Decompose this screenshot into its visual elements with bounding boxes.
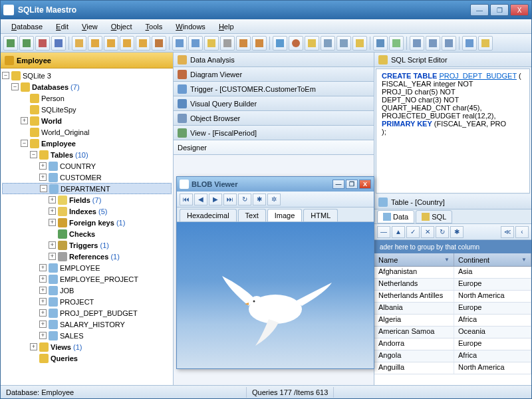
toolbar-btn[interactable] <box>478 36 493 51</box>
tab-data[interactable]: Data <box>377 210 414 223</box>
toolbar-btn[interactable] <box>426 36 440 51</box>
nav-first[interactable]: ⏮ <box>180 194 193 205</box>
tab-text[interactable]: Text <box>238 209 266 221</box>
toolbar-btn[interactable] <box>204 36 219 51</box>
minimize-button[interactable]: — <box>470 4 489 16</box>
table-row[interactable]: AngolaAfrica <box>374 350 531 362</box>
tree-node-views[interactable]: +Views (1) <box>2 341 172 352</box>
toolbar-btn[interactable] <box>120 36 134 51</box>
toolbar-btn[interactable] <box>188 36 203 51</box>
title-bar[interactable]: SQLite Maestro — ❐ X <box>1 1 531 19</box>
toolbar-btn[interactable] <box>336 36 351 51</box>
tree-node-table[interactable]: +PROJ_DEPT_BUDGET <box>2 307 172 319</box>
table-row[interactable]: AlbaniaEurope <box>374 303 531 315</box>
table-row[interactable]: American SamoaOceania <box>374 327 531 338</box>
dropdown-icon[interactable]: ▼ <box>521 257 527 263</box>
nav-btn[interactable]: ▲ <box>392 226 405 238</box>
toolbar-btn[interactable] <box>352 36 367 51</box>
table-row[interactable]: AlgeriaAfrica <box>374 315 531 327</box>
tree-node-db[interactable]: SQLiteSpy <box>2 104 172 115</box>
tree-node-root[interactable]: −SQLite 3 <box>2 70 172 81</box>
menu-windows[interactable]: Windows <box>170 21 211 32</box>
nav-btn[interactable]: ✕ <box>421 226 434 238</box>
tab-html[interactable]: HTML <box>303 209 338 221</box>
toolbar-btn[interactable] <box>51 36 66 51</box>
table-panel-tab[interactable]: Table - [Country] <box>374 195 531 209</box>
table-row[interactable]: AfghanistanAsia <box>374 267 531 279</box>
tree-node-triggers[interactable]: +Triggers (1) <box>2 239 172 251</box>
blob-viewer-window[interactable]: BLOB Viewer — ❐ X ⏮ ◀ ▶ ⏭ ↻ ✱ ✲ Hexadeci… <box>176 176 374 369</box>
toolbar-btn[interactable] <box>172 36 187 51</box>
toolbar-btn[interactable] <box>289 36 303 51</box>
dropdown-icon[interactable]: ▼ <box>444 257 450 263</box>
toolbar-btn[interactable] <box>220 36 235 51</box>
toolbar-btn[interactable] <box>252 36 267 51</box>
table-row[interactable]: NetherlandsEurope <box>374 279 531 291</box>
nav-next[interactable]: ▶ <box>209 194 222 205</box>
nav-btn[interactable]: ✱ <box>253 194 266 205</box>
panel-diagram[interactable]: Diagram Viewer <box>174 67 374 82</box>
tree-node-databases[interactable]: −Databases (7) <box>2 81 172 92</box>
toolbar-btn[interactable] <box>305 36 319 51</box>
panel-trigger[interactable]: Trigger - [CUSTOMER.CustomerToEm <box>174 82 374 96</box>
nav-last[interactable]: ⏭ <box>223 194 237 205</box>
tree-node-table-selected[interactable]: −DEPARTMENT <box>2 183 172 194</box>
tree-node-db[interactable]: Person <box>2 92 172 104</box>
tree-node-fields[interactable]: +Fields (7) <box>2 194 172 205</box>
tree-node-table[interactable]: +PROJECT <box>2 296 172 307</box>
nav-btn[interactable]: ↻ <box>436 226 449 238</box>
tree-node-tables[interactable]: −Tables (10) <box>2 149 172 160</box>
panel-data-analysis[interactable]: Data Analysis <box>174 53 374 67</box>
menu-database[interactable]: Database <box>6 21 48 32</box>
tab-hex[interactable]: Hexadecimal <box>180 209 237 221</box>
tab-sql[interactable]: SQL <box>416 210 452 223</box>
tree-node-table[interactable]: +EMPLOYEE_PROJECT <box>2 273 172 285</box>
tree-node-table[interactable]: +CUSTOMER <box>2 172 172 183</box>
blob-minimize-button[interactable]: — <box>332 180 344 189</box>
tree-node-checks[interactable]: Checks <box>2 228 172 239</box>
sql-editor-tab[interactable]: SQL Script Editor <box>374 53 531 67</box>
nav-btn[interactable]: ✓ <box>406 226 420 238</box>
toolbar-btn[interactable] <box>410 36 424 51</box>
blob-title-bar[interactable]: BLOB Viewer — ❐ X <box>177 177 374 192</box>
tree-node-table[interactable]: +JOB <box>2 285 172 296</box>
panel-object-browser[interactable]: Object Browser <box>174 111 374 126</box>
blob-close-button[interactable]: X <box>359 180 371 189</box>
tree-node-table[interactable]: +COUNTRY <box>2 160 172 172</box>
toolbar-btn[interactable] <box>104 36 118 51</box>
close-button[interactable]: X <box>510 4 529 16</box>
table-body[interactable]: AfghanistanAsia NetherlandsEurope Nether… <box>374 267 531 385</box>
tree-node-table[interactable]: +SALARY_HISTORY <box>2 319 172 330</box>
tree-node-queries[interactable]: Queries <box>2 352 172 364</box>
table-row[interactable]: AnguillaNorth America <box>374 362 531 374</box>
panel-view[interactable]: View - [FiscalPeriod] <box>174 126 374 140</box>
toolbar-btn[interactable] <box>88 36 102 51</box>
menu-object[interactable]: Object <box>106 21 138 32</box>
table-row[interactable]: Netherlands AntillesNorth America <box>374 291 531 303</box>
nav-refresh[interactable]: ↻ <box>238 194 251 205</box>
sql-code-area[interactable]: CREATE TABLE PROJ_DEPT_BUDGET ( FISCAL_Y… <box>376 68 530 194</box>
tree-node-fk[interactable]: +Foreign keys (1) <box>2 217 172 228</box>
group-header[interactable]: ader here to group by that column <box>374 240 531 253</box>
nav-btn[interactable]: ✲ <box>267 194 281 205</box>
toolbar-btn[interactable] <box>273 36 287 51</box>
tree-node-db[interactable]: +World <box>2 115 172 126</box>
tree-node-table[interactable]: +SALES <box>2 330 172 341</box>
toolbar-btn[interactable] <box>35 36 50 51</box>
menu-edit[interactable]: Edit <box>51 21 74 32</box>
nav-btn[interactable]: ‹ <box>515 226 529 238</box>
toolbar-btn[interactable] <box>462 36 477 51</box>
tree-node-db[interactable]: −Employee <box>2 138 172 149</box>
panel-vqb[interactable]: Visual Query Builder <box>174 96 374 111</box>
sidebar-header[interactable]: Employee <box>1 53 173 68</box>
tree-node-indexes[interactable]: +Indexes (5) <box>2 205 172 217</box>
tree-node-db[interactable]: World_Original <box>2 126 172 138</box>
toolbar-btn[interactable] <box>321 36 335 51</box>
toolbar-btn[interactable] <box>152 36 166 51</box>
tree-node-table[interactable]: +EMPLOYEE <box>2 262 172 273</box>
toolbar-btn[interactable] <box>136 36 150 51</box>
object-tree[interactable]: −SQLite 3 −Databases (7) Person SQLiteSp… <box>1 68 173 385</box>
toolbar-btn[interactable] <box>389 36 404 51</box>
nav-btn[interactable]: ≪ <box>501 226 514 238</box>
toolbar-btn[interactable] <box>236 36 251 51</box>
